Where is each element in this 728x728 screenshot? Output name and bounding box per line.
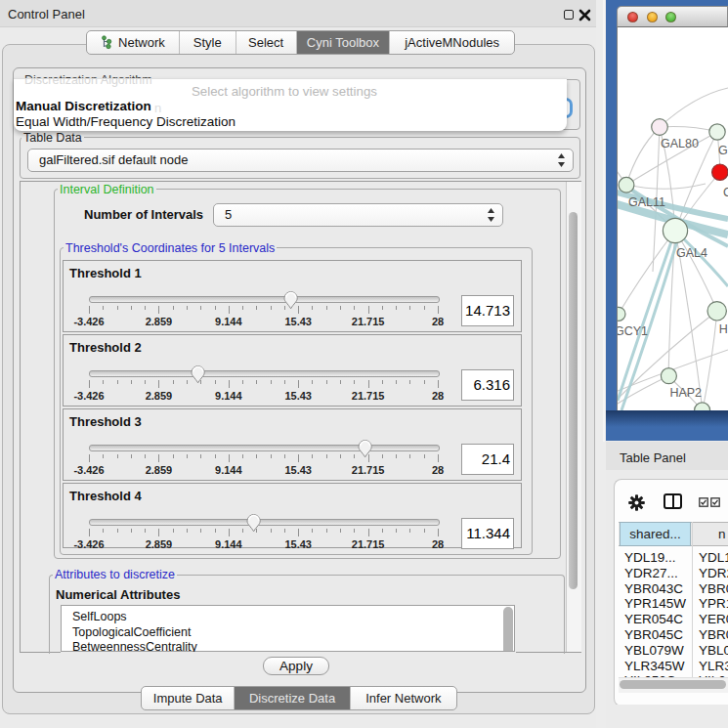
svg-text:H: H bbox=[719, 322, 728, 336]
svg-text:GAL4: GAL4 bbox=[676, 246, 707, 260]
svg-text:GAL80: GAL80 bbox=[661, 137, 699, 150]
svg-text:C: C bbox=[723, 186, 728, 199]
svg-text:GCY1: GCY1 bbox=[618, 324, 648, 338]
svg-text:HAP2: HAP2 bbox=[669, 386, 702, 400]
svg-text:G: G bbox=[718, 144, 728, 157]
svg-text:GAL11: GAL11 bbox=[628, 195, 665, 209]
